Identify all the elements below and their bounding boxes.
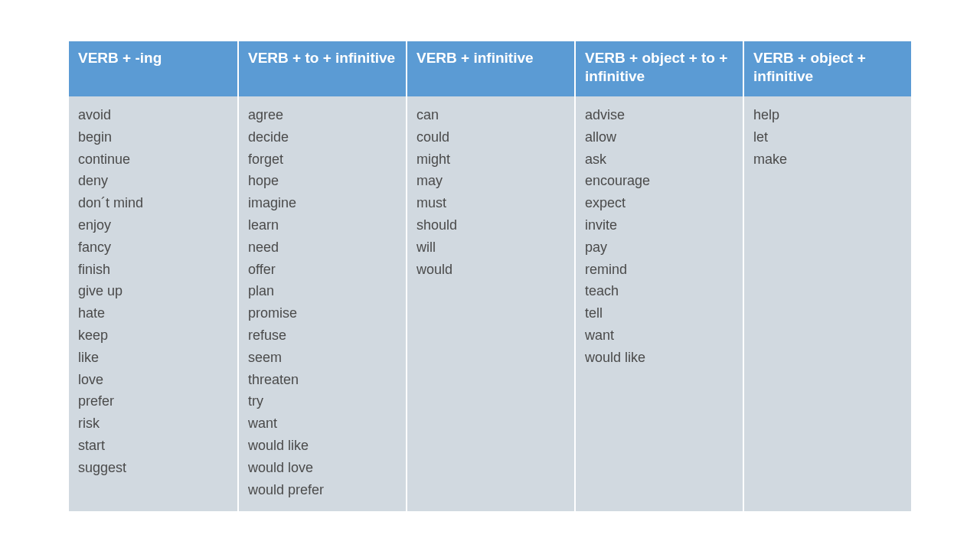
list-item: give up: [78, 280, 228, 302]
list-item: love: [78, 369, 228, 391]
column-header: VERB + object + infinitive: [743, 41, 911, 96]
list-item: might: [416, 148, 565, 171]
list-item: suggest: [78, 457, 228, 479]
table-column: VERB + -ing avoid begin continue deny do…: [69, 41, 237, 511]
list-item: decide: [248, 126, 397, 148]
list-item: forget: [248, 148, 397, 171]
list-item: try: [248, 390, 397, 412]
list-item: teach: [585, 280, 733, 302]
list-item: seem: [248, 347, 397, 369]
list-item: promise: [248, 302, 397, 324]
table-column: VERB + object + to + infinitive advise a…: [574, 41, 743, 511]
list-item: remind: [585, 259, 733, 281]
list-item: hate: [78, 302, 228, 324]
list-item: threaten: [248, 369, 397, 391]
list-item: prefer: [78, 390, 228, 412]
column-header: VERB + infinitive: [406, 41, 574, 96]
list-item: invite: [585, 214, 733, 236]
list-item: continue: [78, 148, 228, 171]
list-item: imagine: [248, 192, 397, 214]
list-item: should: [416, 214, 565, 236]
list-item: allow: [585, 126, 733, 148]
list-item: want: [248, 412, 397, 435]
list-item: may: [416, 170, 565, 192]
list-item: expect: [585, 192, 733, 214]
column-body: avoid begin continue deny don´t mind enj…: [69, 96, 237, 511]
column-header: VERB + to + infinitive: [237, 41, 406, 96]
table-column: VERB + object + infinitive help let make: [743, 41, 911, 511]
table-column: VERB + to + infinitive agree decide forg…: [237, 41, 406, 511]
list-item: agree: [248, 104, 397, 126]
list-item: deny: [78, 170, 228, 192]
list-item: make: [753, 148, 902, 171]
list-item: would like: [585, 347, 733, 369]
list-item: ask: [585, 148, 733, 171]
list-item: learn: [248, 214, 397, 236]
list-item: can: [416, 104, 565, 126]
list-item: want: [585, 324, 733, 347]
list-item: begin: [78, 126, 228, 148]
list-item: would prefer: [248, 479, 397, 501]
list-item: need: [248, 236, 397, 259]
list-item: refuse: [248, 324, 397, 347]
column-header: VERB + -ing: [69, 41, 237, 96]
list-item: tell: [585, 302, 733, 324]
verb-pattern-table: VERB + -ing avoid begin continue deny do…: [69, 41, 911, 511]
list-item: hope: [248, 170, 397, 192]
list-item: enjoy: [78, 214, 228, 236]
list-item: will: [416, 236, 565, 259]
column-body: can could might may must should will wou…: [406, 96, 574, 511]
list-item: help: [753, 104, 902, 126]
list-item: could: [416, 126, 565, 148]
list-item: offer: [248, 259, 397, 281]
list-item: plan: [248, 280, 397, 302]
list-item: don´t mind: [78, 192, 228, 214]
list-item: like: [78, 347, 228, 369]
column-body: agree decide forget hope imagine learn n…: [237, 96, 406, 511]
list-item: fancy: [78, 236, 228, 259]
list-item: would: [416, 259, 565, 281]
column-header: VERB + object + to + infinitive: [574, 41, 743, 96]
column-body: advise allow ask encourage expect invite…: [574, 96, 743, 511]
list-item: finish: [78, 259, 228, 281]
list-item: would love: [248, 457, 397, 479]
column-body: help let make: [743, 96, 911, 511]
list-item: would like: [248, 435, 397, 457]
list-item: start: [78, 435, 228, 457]
list-item: keep: [78, 324, 228, 347]
list-item: must: [416, 192, 565, 214]
table-column: VERB + infinitive can could might may mu…: [406, 41, 574, 511]
list-item: advise: [585, 104, 733, 126]
list-item: let: [753, 126, 902, 148]
list-item: avoid: [78, 104, 228, 126]
list-item: risk: [78, 412, 228, 435]
list-item: encourage: [585, 170, 733, 192]
list-item: pay: [585, 236, 733, 259]
